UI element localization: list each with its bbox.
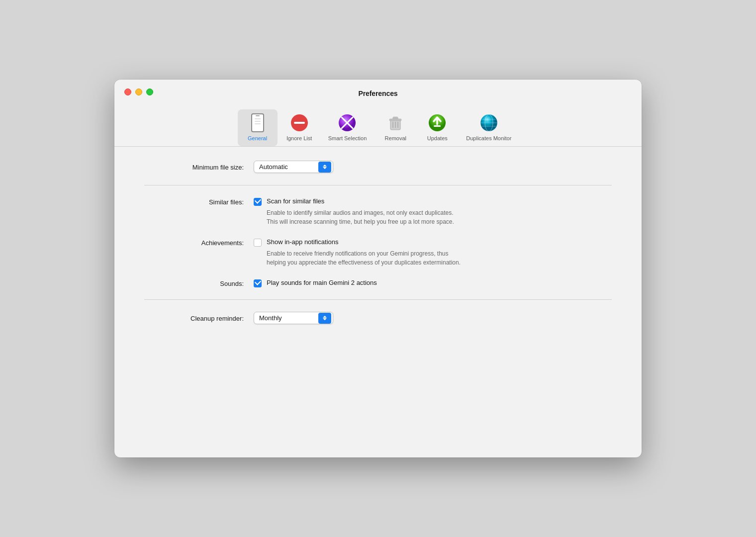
general-icon [248,113,267,132]
smart-selection-icon [338,113,357,132]
svg-rect-1 [256,115,260,116]
divider-2 [144,299,612,300]
tab-smart-selection-label: Smart Selection [328,135,367,141]
tab-general-label: General [248,135,267,141]
titlebar: Preferences [114,80,642,105]
minimum-file-size-row: Minimum file size: Automatic No limit 1 … [144,161,612,173]
tab-removal-label: Removal [385,135,406,141]
tab-ignore-list-label: Ignore List [286,135,312,141]
cleanup-reminder-label: Cleanup reminder: [144,314,254,322]
sounds-control: Play sounds for main Gemini 2 actions [254,279,612,287]
tab-updates-label: Updates [427,135,448,141]
close-button[interactable] [124,89,131,95]
tab-general[interactable]: General [238,109,278,146]
tab-updates[interactable]: Updates [417,109,457,146]
minimum-file-size-select[interactable]: Automatic No limit 1 KB 10 KB 100 KB 1 M… [254,161,333,173]
updates-icon [428,113,447,132]
achievements-control: Show in-app notifications Enable to rece… [254,238,612,267]
tab-ignore-list[interactable]: Ignore List [280,109,319,146]
sounds-checkbox[interactable] [254,279,262,287]
svg-rect-3 [255,121,261,122]
preferences-window: Preferences General [114,80,642,457]
minimum-file-size-control: Automatic No limit 1 KB 10 KB 100 KB 1 M… [254,161,612,173]
sounds-label: Sounds: [144,279,254,287]
tab-smart-selection[interactable]: Smart Selection [321,109,374,146]
cleanup-reminder-control: Monthly Weekly Daily Never [254,312,612,324]
svg-rect-0 [252,114,264,132]
svg-rect-4 [255,123,261,124]
svg-rect-18 [434,125,441,127]
similar-files-checkbox-label: Scan for similar files [267,197,324,205]
similar-files-control: Scan for similar files Enable to identif… [254,197,612,226]
achievements-row: Achievements: Show in-app notifications … [144,238,612,267]
sounds-checkbox-label: Play sounds for main Gemini 2 actions [267,279,377,286]
toolbar: General Ignore List [114,105,642,147]
svg-rect-6 [294,122,305,124]
window-title: Preferences [358,90,397,97]
traffic-lights [124,89,153,95]
svg-rect-2 [255,118,261,119]
achievements-checkbox-label: Show in-app notifications [267,238,339,246]
similar-files-description: Enable to identify similar audios and im… [267,208,612,226]
content-area: Minimum file size: Automatic No limit 1 … [114,147,642,457]
cleanup-reminder-row: Cleanup reminder: Monthly Weekly Daily N… [144,312,612,324]
similar-files-checkbox-row: Scan for similar files [254,197,612,206]
sounds-row: Sounds: Play sounds for main Gemini 2 ac… [144,279,612,287]
ignore-list-icon [290,113,309,132]
similar-files-checkbox[interactable] [254,198,262,206]
achievements-checkbox-row: Show in-app notifications [254,238,612,247]
removal-icon [386,113,405,132]
minimum-file-size-select-wrapper: Automatic No limit 1 KB 10 KB 100 KB 1 M… [254,161,333,173]
svg-rect-16 [392,118,398,119]
achievements-label: Achievements: [144,238,254,247]
tab-removal[interactable]: Removal [376,109,415,146]
minimize-button[interactable] [135,89,142,95]
tab-duplicates-monitor-label: Duplicates Monitor [466,135,511,141]
cleanup-reminder-select-wrapper: Monthly Weekly Daily Never [254,312,333,324]
achievements-checkbox[interactable] [254,239,262,247]
maximize-button[interactable] [146,89,153,95]
sounds-checkbox-row: Play sounds for main Gemini 2 actions [254,279,612,287]
svg-rect-11 [389,119,401,121]
cleanup-reminder-select[interactable]: Monthly Weekly Daily Never [254,312,333,324]
similar-files-label: Similar files: [144,197,254,206]
divider-1 [144,185,612,185]
duplicates-monitor-icon [479,113,498,132]
tab-duplicates-monitor[interactable]: Duplicates Monitor [459,109,518,146]
similar-files-row: Similar files: Scan for similar files En… [144,197,612,226]
minimum-file-size-label: Minimum file size: [144,163,254,171]
achievements-description: Enable to receive friendly notifications… [267,249,612,267]
